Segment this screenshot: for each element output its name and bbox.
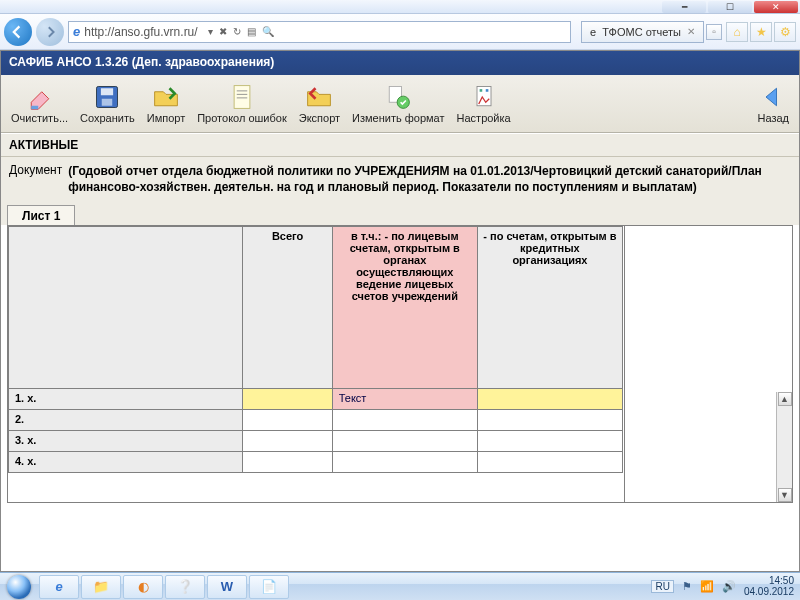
address-bar[interactable]: e http://anso.gfu.vrn.ru/ ▾ ✖ ↻ ▤ 🔍 bbox=[68, 21, 571, 43]
cell[interactable] bbox=[332, 431, 477, 452]
stop-icon[interactable]: ✖ bbox=[217, 26, 229, 37]
windows-orb-icon bbox=[7, 575, 31, 599]
sheet-tabs: Лист 1 bbox=[1, 201, 799, 225]
cell[interactable] bbox=[477, 452, 622, 473]
window-minimize-button[interactable]: ━ bbox=[662, 1, 706, 13]
taskbar-word-button[interactable]: W bbox=[207, 575, 247, 599]
cell[interactable] bbox=[243, 431, 332, 452]
table-row[interactable]: 3. x. bbox=[9, 431, 623, 452]
section-active-header: АКТИВНЫЕ bbox=[1, 133, 799, 157]
row-number: 3. x. bbox=[9, 431, 243, 452]
svg-rect-3 bbox=[101, 88, 113, 95]
cell[interactable] bbox=[477, 389, 622, 410]
back-button[interactable]: Назад bbox=[751, 81, 795, 126]
cell[interactable] bbox=[243, 410, 332, 431]
start-button[interactable] bbox=[0, 573, 38, 601]
language-indicator[interactable]: RU bbox=[651, 580, 673, 593]
table-row[interactable]: 1. x. Текст bbox=[9, 389, 623, 410]
address-tools: ▾ ✖ ↻ ▤ 🔍 bbox=[206, 26, 276, 37]
new-tab-button[interactable]: ▫ bbox=[706, 24, 722, 40]
browser-tab[interactable]: e ТФОМС отчеты ✕ bbox=[581, 21, 704, 43]
window-maximize-button[interactable]: ☐ bbox=[708, 1, 752, 13]
sheet-tab-1[interactable]: Лист 1 bbox=[7, 205, 75, 225]
compat-icon[interactable]: ▤ bbox=[245, 26, 258, 37]
cell[interactable] bbox=[243, 452, 332, 473]
floppy-icon bbox=[93, 83, 121, 111]
grid-header-blank bbox=[9, 227, 243, 389]
data-grid: Всего в т.ч.: - по лицевым счетам, откры… bbox=[7, 225, 793, 503]
grid-header-total: Всего bbox=[243, 227, 332, 389]
cell[interactable] bbox=[243, 389, 332, 410]
browser-nav-row: e http://anso.gfu.vrn.ru/ ▾ ✖ ↻ ▤ 🔍 e ТФ… bbox=[0, 14, 800, 50]
document-text: (Годовой отчет отдела бюджетной политики… bbox=[68, 163, 791, 195]
favorites-button[interactable]: ★ bbox=[750, 22, 772, 42]
home-button[interactable]: ⌂ bbox=[726, 22, 748, 42]
grid-header-accounts-credit: - по счетам, открытым в кредитных органи… bbox=[477, 227, 622, 389]
dropdown-icon[interactable]: ▾ bbox=[206, 26, 215, 37]
taskbar-ie-button[interactable]: e bbox=[39, 575, 79, 599]
row-number: 4. x. bbox=[9, 452, 243, 473]
cell[interactable] bbox=[332, 410, 477, 431]
browser-forward-button[interactable] bbox=[36, 18, 64, 46]
scroll-down-icon[interactable]: ▼ bbox=[778, 488, 792, 502]
save-button[interactable]: Сохранить bbox=[74, 81, 141, 126]
app-header: САФИБ АНСО 1.3.26 (Деп. здравоохранения) bbox=[1, 51, 799, 75]
taskbar-mediaplayer-button[interactable]: ◐ bbox=[123, 575, 163, 599]
vertical-scrollbar[interactable]: ▲ ▼ bbox=[776, 392, 792, 502]
row-number: 1. x. bbox=[9, 389, 243, 410]
tray-network-icon[interactable]: 📶 bbox=[700, 580, 714, 593]
search-icon[interactable]: 🔍 bbox=[260, 26, 276, 37]
folder-export-icon bbox=[305, 83, 333, 111]
taskbar-notepad-button[interactable]: 📄 bbox=[249, 575, 289, 599]
clear-button[interactable]: Очистить... bbox=[5, 81, 74, 126]
app-toolbar: Очистить... Сохранить Импорт Протокол ош… bbox=[1, 75, 799, 133]
window-close-button[interactable]: ✕ bbox=[754, 1, 798, 13]
eraser-icon bbox=[26, 83, 54, 111]
address-url: http://anso.gfu.vrn.ru/ bbox=[84, 25, 197, 39]
browser-back-button[interactable] bbox=[4, 18, 32, 46]
svg-rect-13 bbox=[485, 89, 488, 92]
tray-flag-icon[interactable]: ⚑ bbox=[682, 580, 692, 593]
tab-title: ТФОМС отчеты bbox=[602, 26, 681, 38]
document-icon bbox=[228, 83, 256, 111]
change-format-icon bbox=[384, 83, 412, 111]
grid-header-accounts-treasury: в т.ч.: - по лицевым счетам, открытым в … bbox=[332, 227, 477, 389]
tray-volume-icon[interactable]: 🔊 bbox=[722, 580, 736, 593]
ie-icon: e bbox=[590, 26, 596, 38]
tools-button[interactable]: ⚙ bbox=[774, 22, 796, 42]
clock[interactable]: 14:50 04.09.2012 bbox=[744, 576, 794, 597]
grid-blank-area bbox=[624, 226, 776, 502]
taskbar-help-button[interactable]: ❔ bbox=[165, 575, 205, 599]
back-arrow-icon bbox=[759, 83, 787, 111]
tab-close-icon[interactable]: ✕ bbox=[687, 26, 695, 37]
page-content: САФИБ АНСО 1.3.26 (Деп. здравоохранения)… bbox=[0, 50, 800, 572]
folder-import-icon bbox=[152, 83, 180, 111]
svg-rect-12 bbox=[479, 89, 482, 92]
export-button[interactable]: Экспорт bbox=[293, 81, 346, 126]
table-row[interactable]: 4. x. bbox=[9, 452, 623, 473]
scroll-up-icon[interactable]: ▲ bbox=[778, 392, 792, 406]
cell[interactable] bbox=[332, 452, 477, 473]
document-label: Документ bbox=[9, 163, 62, 195]
svg-rect-1 bbox=[31, 106, 38, 110]
taskbar-explorer-button[interactable]: 📁 bbox=[81, 575, 121, 599]
row-number: 2. bbox=[9, 410, 243, 431]
selected-cell[interactable]: Текст bbox=[332, 389, 477, 410]
change-format-button[interactable]: Изменить формат bbox=[346, 81, 450, 126]
table-row[interactable]: 2. bbox=[9, 410, 623, 431]
system-tray: RU ⚑ 📶 🔊 14:50 04.09.2012 bbox=[645, 576, 800, 597]
document-description: Документ (Годовой отчет отдела бюджетной… bbox=[1, 157, 799, 201]
refresh-icon[interactable]: ↻ bbox=[231, 26, 243, 37]
ie-icon: e bbox=[73, 24, 80, 39]
settings-button[interactable]: Настройка bbox=[451, 81, 517, 126]
svg-rect-4 bbox=[102, 99, 113, 106]
settings-icon bbox=[470, 83, 498, 111]
taskbar: e 📁 ◐ ❔ W 📄 RU ⚑ 📶 🔊 14:50 04.09.2012 bbox=[0, 572, 800, 600]
import-button[interactable]: Импорт bbox=[141, 81, 191, 126]
cell[interactable] bbox=[477, 431, 622, 452]
window-titlebar: ━ ☐ ✕ bbox=[0, 0, 800, 14]
app-title: САФИБ АНСО 1.3.26 (Деп. здравоохранения) bbox=[9, 55, 274, 69]
svg-rect-5 bbox=[234, 86, 250, 109]
cell[interactable] bbox=[477, 410, 622, 431]
protocol-button[interactable]: Протокол ошибок bbox=[191, 81, 293, 126]
